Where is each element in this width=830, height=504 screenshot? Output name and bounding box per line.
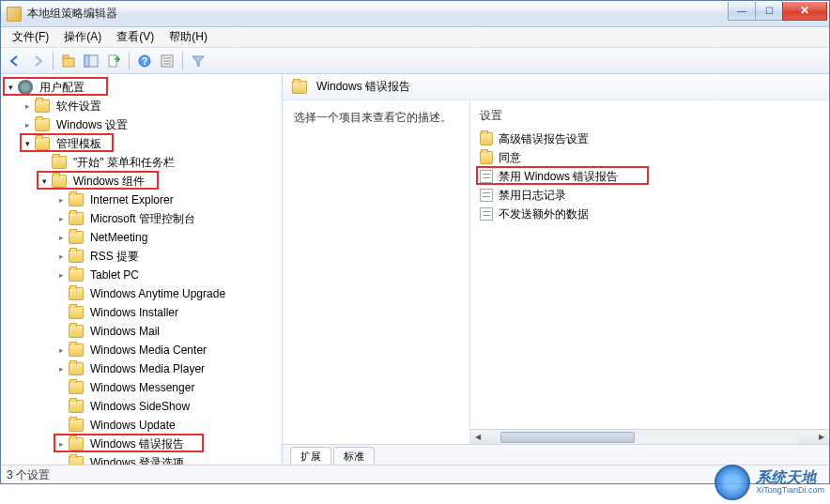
tree-node[interactable]: Windows 登录选项 [1, 453, 282, 465]
scroll-left-button[interactable]: ◀ [470, 431, 485, 444]
svg-rect-1 [63, 55, 69, 58]
tree-node[interactable]: ▸Tablet PC [1, 266, 282, 284]
tree-node-label: Windows Media Player [87, 361, 208, 376]
tree-node[interactable]: ▸Windows Media Center [1, 341, 282, 359]
close-button[interactable]: ✕ [782, 2, 827, 21]
scroll-thumb[interactable] [500, 432, 635, 443]
show-tree-button[interactable] [81, 51, 101, 71]
back-button[interactable] [5, 51, 25, 71]
expand-icon[interactable]: ▸ [22, 100, 33, 112]
tree-node[interactable]: "开始" 菜单和任务栏 [1, 153, 282, 172]
settings-header: 设置 [480, 108, 820, 124]
tree-node[interactable]: ▾Windows 组件 [1, 172, 282, 191]
collapse-icon[interactable]: ▾ [22, 138, 33, 149]
expand-icon[interactable]: ▸ [22, 119, 33, 130]
tree-node[interactable]: ▾用户配置 [1, 78, 282, 97]
tree-node[interactable]: Windows SideShow [1, 397, 282, 416]
expander-blank [55, 382, 67, 393]
tree-node[interactable]: ▸NetMeeting [1, 228, 282, 247]
menu-action[interactable]: 操作(A) [56, 27, 109, 47]
setting-icon [480, 207, 493, 221]
menu-help[interactable]: 帮助(H) [161, 27, 215, 47]
help-button[interactable]: ? [134, 51, 155, 71]
list-item-label: 高级错误报告设置 [499, 131, 589, 147]
forward-button[interactable] [27, 51, 48, 71]
scroll-right-button[interactable]: ▶ [814, 431, 829, 444]
folder-icon [69, 212, 84, 225]
expander-blank [55, 288, 67, 299]
toolbar-separator [129, 52, 130, 70]
minimize-button[interactable]: — [728, 2, 756, 21]
folder-icon [69, 231, 84, 244]
toolbar-separator [53, 52, 54, 70]
title-bar[interactable]: 本地组策略编辑器 — ☐ ✕ [1, 1, 829, 27]
tree-node[interactable]: ▸RSS 提要 [1, 247, 282, 266]
tree-pane[interactable]: ▾用户配置▸软件设置▸Windows 设置▾管理模板"开始" 菜单和任务栏▾Wi… [1, 74, 283, 465]
menu-view[interactable]: 查看(V) [109, 27, 161, 47]
details-body: 选择一个项目来查看它的描述。 设置 高级错误报告设置同意禁用 Windows 错… [283, 100, 829, 444]
list-item[interactable]: 高级错误报告设置 [480, 130, 820, 148]
folder-icon [69, 193, 84, 206]
tab-standard[interactable]: 标准 [333, 447, 375, 465]
folder-icon [52, 175, 67, 188]
tree-node[interactable]: Windows Messenger [1, 378, 282, 397]
app-window: 本地组策略编辑器 — ☐ ✕ 文件(F) 操作(A) 查看(V) 帮助(H) ?… [0, 0, 830, 484]
watermark-url: XiTongTianDi.com [756, 485, 824, 495]
folder-icon [52, 156, 67, 169]
expand-icon[interactable]: ▸ [55, 251, 67, 262]
tree-node[interactable]: ▸Windows 错误报告 [1, 435, 282, 453]
tree-node[interactable]: Windows Update [1, 416, 282, 435]
folder-icon [69, 400, 84, 413]
tree-node[interactable]: ▸Windows Media Player [1, 359, 282, 378]
expand-icon[interactable]: ▸ [55, 438, 67, 450]
tree-node[interactable]: Windows Installer [1, 303, 282, 322]
status-bar: 3 个设置 [1, 465, 829, 483]
folder-icon [69, 456, 84, 465]
svg-text:?: ? [142, 56, 147, 67]
scroll-track[interactable] [500, 431, 799, 444]
tree-node[interactable]: ▸软件设置 [1, 97, 282, 115]
expand-icon[interactable]: ▸ [55, 269, 67, 281]
tree-node[interactable]: ▸Microsoft 管理控制台 [1, 209, 282, 228]
tree-node-label: Windows 组件 [70, 173, 147, 191]
maximize-button[interactable]: ☐ [755, 2, 783, 21]
tree-node[interactable]: ▸Internet Explorer [1, 191, 282, 209]
menu-file[interactable]: 文件(F) [5, 27, 56, 47]
tree-node[interactable]: Windows Mail [1, 322, 282, 341]
expander-blank [38, 157, 50, 168]
expand-icon[interactable]: ▸ [55, 232, 67, 243]
settings-list-column: 设置 高级错误报告设置同意禁用 Windows 错误报告禁用日志记录不发送额外的… [470, 100, 829, 444]
properties-button[interactable] [157, 51, 177, 71]
collapse-icon[interactable]: ▾ [38, 176, 50, 187]
expand-icon[interactable]: ▸ [55, 194, 67, 206]
collapse-icon[interactable]: ▾ [5, 82, 16, 93]
filter-button[interactable] [188, 51, 208, 71]
folder-icon [69, 362, 84, 375]
folder-icon [69, 381, 84, 394]
expander-blank [55, 401, 67, 412]
tree-node[interactable]: Windows Anytime Upgrade [1, 284, 282, 303]
tree-node[interactable]: ▾管理模板 [1, 134, 282, 153]
list-item-label: 不发送额外的数据 [499, 206, 589, 222]
expand-icon[interactable]: ▸ [55, 363, 67, 374]
svg-rect-3 [85, 55, 89, 67]
list-item[interactable]: 同意 [480, 148, 820, 167]
menu-bar: 文件(F) 操作(A) 查看(V) 帮助(H) [1, 27, 829, 48]
window-buttons: — ☐ ✕ [729, 2, 827, 21]
list-item[interactable]: 禁用日志记录 [480, 186, 820, 205]
folder-icon [69, 437, 84, 451]
export-button[interactable] [103, 51, 124, 71]
tab-extended[interactable]: 扩展 [290, 447, 331, 465]
expand-icon[interactable]: ▸ [55, 213, 67, 224]
horizontal-scrollbar[interactable]: ◀ ▶ [470, 429, 829, 444]
window-title: 本地组策略编辑器 [27, 6, 729, 22]
gear-icon [18, 80, 33, 95]
list-item[interactable]: 不发送额外的数据 [480, 205, 820, 223]
up-button[interactable] [58, 51, 79, 71]
expand-icon[interactable]: ▸ [55, 344, 67, 356]
content-area: ▾用户配置▸软件设置▸Windows 设置▾管理模板"开始" 菜单和任务栏▾Wi… [1, 74, 829, 465]
tree-node-label: 用户配置 [37, 79, 87, 97]
list-item[interactable]: 禁用 Windows 错误报告 [480, 167, 820, 186]
tree-node[interactable]: ▸Windows 设置 [1, 115, 282, 134]
list-item-label: 同意 [499, 150, 521, 166]
